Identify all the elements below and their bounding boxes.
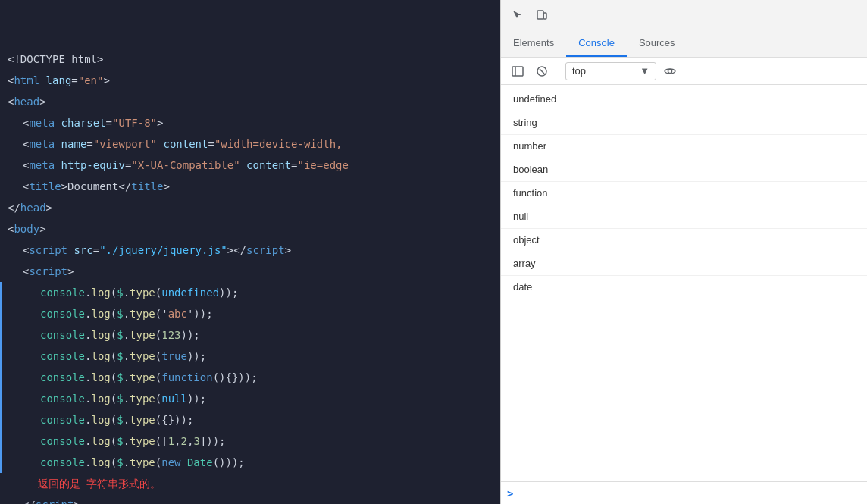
code-token: log — [91, 303, 110, 324]
console-item-ci9: date — [501, 276, 867, 299]
code-token: > — [39, 218, 45, 239]
code-token: console — [40, 452, 85, 473]
code-line-l5: <meta name="viewport" content="width=dev… — [0, 133, 500, 155]
code-token: lang — [46, 70, 72, 91]
svg-rect-0 — [537, 11, 543, 19]
tab-console[interactable]: Console — [566, 30, 627, 57]
code-token: . — [124, 303, 130, 324]
code-token: (){})); — [213, 367, 258, 388]
code-token: ( — [111, 430, 117, 452]
code-token: "./jquery/jquery.js" — [99, 239, 227, 261]
console-item-ci5: function — [501, 182, 867, 205]
tab-elements[interactable]: Elements — [501, 30, 566, 57]
console-item-ci6: null — [501, 205, 867, 229]
code-token: type — [130, 324, 155, 346]
code-token: title — [131, 176, 163, 197]
code-token: , — [187, 430, 193, 452]
code-token: = — [86, 133, 92, 155]
code-token: meta — [29, 155, 61, 176]
code-token: $ — [117, 430, 123, 452]
code-token: . — [85, 324, 91, 346]
code-token: . — [85, 430, 91, 452]
code-token: 2 — [181, 430, 187, 452]
eye-btn[interactable] — [659, 61, 681, 82]
code-token: 3 — [193, 430, 199, 452]
code-token: . — [124, 430, 130, 452]
code-token: new — [161, 452, 187, 473]
code-token: . — [124, 409, 130, 430]
code-line-l3: <head> — [0, 91, 500, 112]
filter-dropdown[interactable]: top ▼ — [565, 62, 656, 80]
console-clear-btn[interactable] — [531, 61, 552, 82]
code-token: head — [14, 91, 39, 112]
code-token: . — [85, 452, 91, 473]
code-token: "ie=edge — [298, 155, 349, 176]
code-line-l6: <meta http-equiv="X-UA-Compatible" conte… — [0, 155, 500, 176]
console-input[interactable] — [519, 487, 861, 499]
code-token: = — [106, 112, 112, 133]
code-token: 返回的是 字符串形式的。 — [38, 473, 161, 494]
code-token: script — [29, 261, 67, 282]
code-token: < — [23, 155, 29, 176]
code-token: 1 — [168, 430, 174, 452]
code-token: < — [23, 239, 29, 261]
code-line-l12: console.log($.type(undefined)); — [0, 282, 500, 303]
devtools-tabs: Elements Console Sources — [501, 30, 867, 58]
code-token: body — [14, 218, 39, 239]
code-token: >Document</ — [61, 176, 132, 197]
code-line-l9: <body> — [0, 218, 500, 239]
device-toolbar-btn[interactable] — [531, 5, 552, 26]
code-token: > — [46, 197, 52, 218]
code-token: ></ — [227, 239, 246, 261]
inspect-element-btn[interactable] — [507, 5, 528, 26]
code-token: (' — [155, 303, 168, 324]
code-token: head — [20, 197, 46, 218]
code-token: < — [8, 91, 14, 112]
console-item-ci7: object — [501, 229, 867, 252]
code-token: $ — [117, 367, 123, 388]
console-item-ci8: array — [501, 252, 867, 276]
filter-arrow-icon: ▼ — [640, 65, 649, 77]
code-token: console — [40, 324, 85, 346]
code-token: log — [91, 324, 110, 346]
code-token: . — [124, 324, 130, 346]
code-token: title — [29, 176, 61, 197]
code-editor: <!DOCTYPE html><html lang="en"><head><me… — [0, 0, 500, 504]
code-token: log — [91, 452, 110, 473]
code-token: . — [85, 282, 91, 303]
code-token: type — [130, 452, 155, 473]
code-token: type — [130, 388, 155, 409]
code-token: < — [8, 218, 14, 239]
devtools-toolbar — [501, 0, 867, 30]
code-token: $ — [117, 282, 123, 303]
code-token: null — [161, 388, 187, 409]
svg-rect-1 — [543, 13, 546, 19]
console-sidebar-btn[interactable] — [507, 61, 528, 82]
code-token: . — [85, 388, 91, 409]
console-input-row: > — [501, 481, 867, 504]
code-token: ( — [111, 324, 117, 346]
code-token: meta — [29, 112, 61, 133]
code-token: . — [124, 388, 130, 409]
filter-value: top — [572, 65, 586, 77]
code-token: console — [40, 282, 85, 303]
code-token: ( — [111, 303, 117, 324]
code-token: ( — [111, 452, 117, 473]
code-token: = — [291, 155, 297, 176]
code-token: $ — [117, 303, 123, 324]
code-line-l8: </head> — [0, 197, 500, 218]
code-token: name — [61, 133, 87, 155]
code-token: type — [130, 346, 155, 367]
code-token: ( — [111, 388, 117, 409]
code-token: > — [157, 112, 163, 133]
code-token: $ — [117, 388, 123, 409]
code-token: abc — [168, 303, 187, 324]
code-token: $ — [117, 409, 123, 430]
tab-sources[interactable]: Sources — [627, 30, 687, 57]
code-token: script — [36, 494, 74, 504]
code-token: true — [161, 346, 187, 367]
code-token: . — [124, 282, 130, 303]
console-output[interactable]: undefinedstringnumberbooleanfunctionnull… — [501, 85, 867, 481]
code-line-l13: console.log($.type('abc')); — [0, 303, 500, 324]
code-token: type — [130, 409, 155, 430]
